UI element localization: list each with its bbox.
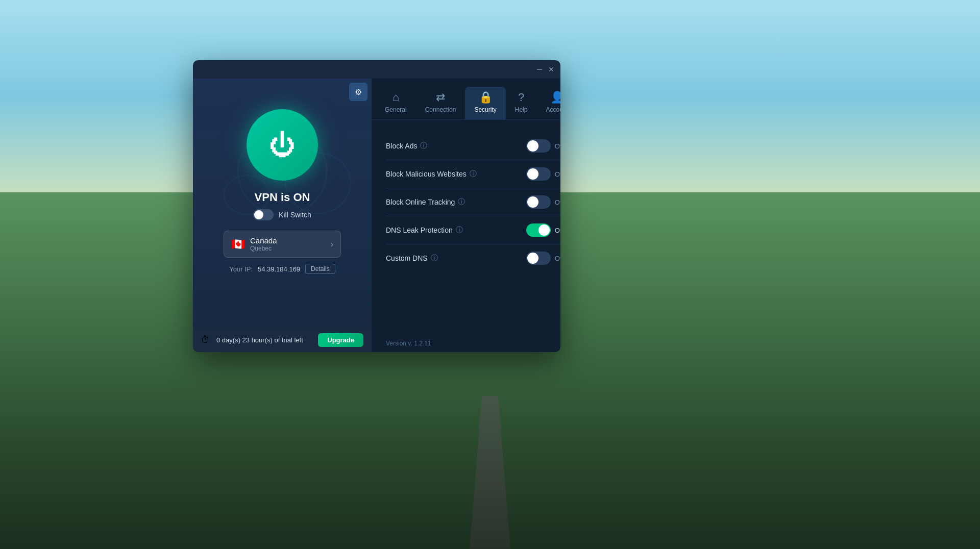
connection-icon: ⇄: [436, 91, 445, 104]
location-selector[interactable]: 🇨🇦 Canada Quebec ›: [224, 231, 341, 258]
general-icon: ⌂: [393, 91, 399, 104]
chevron-right-icon: ›: [331, 240, 333, 249]
location-info: Canada Quebec: [250, 236, 326, 252]
country-flag: 🇨🇦: [231, 238, 245, 251]
settings-icon-button[interactable]: ⚙: [349, 83, 368, 101]
tab-general[interactable]: ⌂General: [376, 87, 416, 119]
tab-connection[interactable]: ⇄Connection: [416, 87, 465, 119]
info-icon-custom-dns[interactable]: ⓘ: [431, 254, 438, 263]
details-button[interactable]: Details: [305, 264, 335, 274]
trial-bar: ⏱ 0 day(s) 23 hour(s) of trial left Upgr…: [193, 328, 372, 352]
ip-label: Your IP:: [229, 265, 253, 273]
setting-row-block-ads: Block AdsⓘOff: [386, 132, 560, 160]
info-icon-block-malicious[interactable]: ⓘ: [470, 169, 477, 179]
setting-label-wrap-custom-dns: Custom DNSⓘ: [386, 254, 526, 263]
power-icon: ⏻: [269, 132, 296, 158]
title-bar: ─ ✕: [193, 60, 560, 79]
kill-switch-row: Kill Switch: [253, 209, 311, 220]
general-label: General: [385, 106, 407, 113]
security-icon: 🔒: [479, 91, 493, 104]
right-panel: ⌂General⇄Connection🔒Security?Help👤Accoun…: [372, 79, 560, 352]
toggle-state-custom-dns: Off: [555, 255, 560, 262]
power-button[interactable]: ⏻: [247, 109, 318, 181]
setting-label-wrap-dns-leak: DNS Leak Protectionⓘ: [386, 226, 526, 235]
setting-row-block-malicious: Block Malicious WebsitesⓘOff: [386, 160, 560, 188]
toggle-state-dns-leak: On: [555, 227, 560, 234]
tab-security[interactable]: 🔒Security: [465, 87, 505, 119]
app-window: ─ ✕ ⚙ ⏻ VPN is ON Kill Switch 🇨🇦: [193, 60, 560, 352]
account-label: Account: [546, 106, 560, 113]
trial-icon: ⏱: [201, 335, 210, 345]
security-label: Security: [474, 106, 496, 113]
setting-control-block-malicious: Off: [526, 167, 560, 181]
toggle-block-tracking[interactable]: [526, 195, 551, 209]
toggle-state-block-malicious: Off: [555, 170, 560, 178]
connection-label: Connection: [425, 106, 456, 113]
help-icon: ?: [518, 91, 524, 104]
nav-tabs: ⌂General⇄Connection🔒Security?Help👤Accoun…: [372, 79, 560, 120]
ip-row: Your IP: 54.39.184.169 Details: [229, 264, 335, 274]
setting-row-block-tracking: Block Online TrackingⓘOff: [386, 188, 560, 216]
toggle-block-malicious[interactable]: [526, 167, 551, 181]
setting-control-dns-leak: On: [526, 223, 560, 237]
location-name: Canada: [250, 236, 326, 245]
app-body: ⚙ ⏻ VPN is ON Kill Switch 🇨🇦 Canada Queb…: [193, 79, 560, 352]
toggle-dns-leak[interactable]: [526, 223, 551, 237]
setting-label-block-tracking: Block Online Tracking: [386, 198, 455, 206]
toggle-state-block-tracking: Off: [555, 198, 560, 206]
left-panel: ⚙ ⏻ VPN is ON Kill Switch 🇨🇦 Canada Queb…: [193, 79, 372, 352]
tab-help[interactable]: ?Help: [506, 87, 537, 119]
info-icon-block-ads[interactable]: ⓘ: [420, 141, 427, 151]
info-icon-dns-leak[interactable]: ⓘ: [456, 226, 463, 235]
ip-value: 54.39.184.169: [258, 265, 300, 273]
kill-switch-toggle[interactable]: [253, 209, 274, 220]
setting-label-block-ads: Block Ads: [386, 142, 417, 150]
title-bar-controls: ─ ✕: [537, 66, 554, 73]
power-button-container: ⏻: [247, 109, 318, 181]
toggle-custom-dns[interactable]: [526, 252, 551, 265]
setting-control-block-ads: Off: [526, 139, 560, 153]
toggle-state-block-ads: Off: [555, 142, 560, 150]
vpn-status-label: VPN is ON: [255, 191, 310, 204]
tab-account[interactable]: 👤Account: [536, 87, 560, 119]
setting-label-block-malicious: Block Malicious Websites: [386, 170, 467, 178]
setting-label-wrap-block-malicious: Block Malicious Websitesⓘ: [386, 169, 526, 179]
help-label: Help: [515, 106, 528, 113]
setting-label-dns-leak: DNS Leak Protection: [386, 226, 453, 234]
version-bar: Version v. 1.2.11: [372, 335, 560, 352]
setting-label-wrap-block-ads: Block Adsⓘ: [386, 141, 526, 151]
account-icon: 👤: [550, 91, 560, 104]
minimize-button[interactable]: ─: [537, 66, 542, 73]
setting-control-custom-dns: Off: [526, 252, 560, 265]
trial-text: 0 day(s) 23 hour(s) of trial left: [216, 336, 312, 344]
upgrade-button[interactable]: Upgrade: [318, 333, 363, 347]
settings-content: Block AdsⓘOffBlock Malicious WebsitesⓘOf…: [372, 120, 560, 335]
close-button[interactable]: ✕: [548, 66, 554, 73]
setting-control-block-tracking: Off: [526, 195, 560, 209]
setting-label-custom-dns: Custom DNS: [386, 254, 428, 262]
gear-icon: ⚙: [355, 87, 362, 97]
info-icon-block-tracking[interactable]: ⓘ: [458, 197, 465, 207]
kill-switch-label: Kill Switch: [279, 211, 311, 219]
location-region: Quebec: [250, 245, 326, 252]
toggle-block-ads[interactable]: [526, 139, 551, 153]
setting-label-wrap-block-tracking: Block Online Trackingⓘ: [386, 197, 526, 207]
setting-row-custom-dns: Custom DNSⓘOff: [386, 244, 560, 272]
setting-row-dns-leak: DNS Leak ProtectionⓘOn: [386, 216, 560, 244]
